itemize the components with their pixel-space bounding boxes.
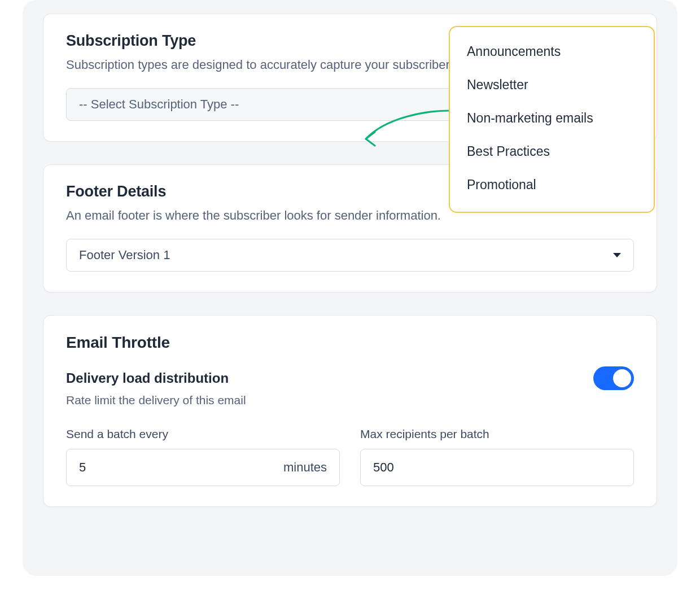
footer-version-select[interactable]: Footer Version 1 [66, 239, 634, 272]
option-newsletter[interactable]: Newsletter [450, 68, 654, 102]
option-announcements[interactable]: Announcements [450, 35, 654, 68]
settings-panel: Subscription Type Subscription types are… [23, 0, 677, 576]
option-promotional[interactable]: Promotional [450, 168, 654, 202]
email-throttle-title: Email Throttle [66, 334, 634, 352]
chevron-down-icon [613, 253, 621, 257]
batch-every-label: Send a batch every [66, 427, 340, 441]
batch-every-input-wrap: minutes [66, 449, 340, 486]
batch-every-input[interactable] [79, 460, 283, 475]
option-best-practices[interactable]: Best Practices [450, 135, 654, 168]
toggle-knob [613, 369, 631, 387]
subscription-type-options-popup: Announcements Newsletter Non-marketing e… [449, 26, 655, 213]
batch-every-unit: minutes [283, 460, 327, 475]
delivery-load-distribution-title: Delivery load distribution [66, 370, 229, 386]
delivery-load-toggle[interactable] [593, 366, 634, 390]
email-throttle-card: Email Throttle Delivery load distributio… [43, 315, 657, 507]
max-recipients-input-wrap [360, 449, 634, 486]
subscription-type-select-value: -- Select Subscription Type -- [79, 97, 239, 112]
option-non-marketing-emails[interactable]: Non-marketing emails [450, 102, 654, 135]
footer-version-select-value: Footer Version 1 [79, 248, 170, 263]
delivery-load-distribution-desc: Rate limit the delivery of this email [66, 394, 634, 407]
max-recipients-input[interactable] [373, 460, 621, 475]
max-recipients-label: Max recipients per batch [360, 427, 634, 441]
